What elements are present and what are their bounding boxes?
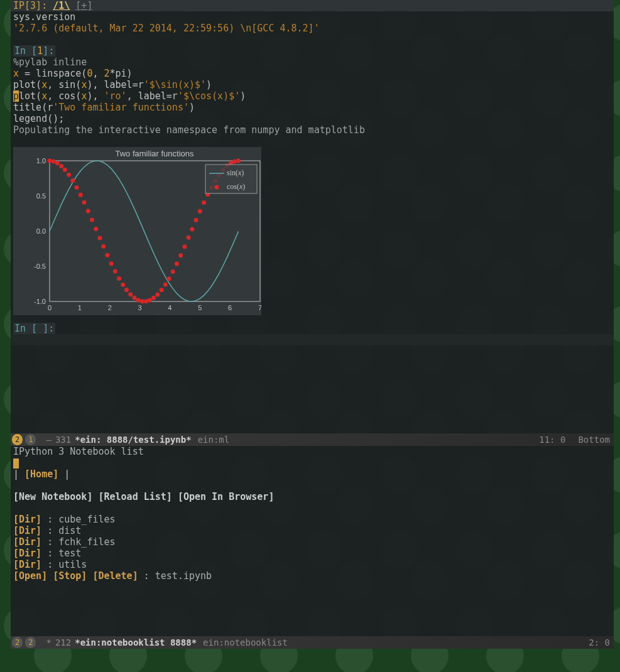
- svg-text:Two familiar functions: Two familiar functions: [116, 149, 194, 158]
- svg-point-49: [175, 261, 179, 266]
- new-notebook-button[interactable]: [New Notebook]: [13, 491, 92, 502]
- line-col: 2: 0: [589, 637, 610, 648]
- svg-point-22: [70, 178, 75, 183]
- stdout-line: Populating the interactive namespace fro…: [13, 124, 365, 136]
- reload-list-button[interactable]: [Reload List]: [98, 491, 171, 502]
- list-item[interactable]: [Dir] : fchk_files: [13, 536, 611, 548]
- cell-1-body[interactable]: %pylab inline x = linspace(0, 2*pi) plot…: [11, 57, 614, 136]
- svg-point-46: [163, 283, 168, 287]
- svg-text:5: 5: [198, 304, 202, 312]
- svg-point-44: [155, 292, 160, 296]
- line-col: 11: 0: [539, 434, 565, 445]
- svg-text:6: 6: [228, 304, 232, 312]
- svg-point-32: [109, 261, 114, 266]
- svg-point-24: [79, 193, 83, 197]
- svg-text:7: 7: [258, 304, 261, 312]
- svg-point-42: [148, 298, 152, 303]
- svg-point-55: [198, 209, 202, 214]
- svg-point-27: [90, 218, 94, 222]
- list-item[interactable]: [Dir] : utils: [13, 559, 611, 570]
- open-nb-button[interactable]: [Open]: [13, 570, 47, 582]
- modeline-top: 2 1 — 331 *ein: 8888/test.ipynb* ein:ml …: [11, 433, 614, 446]
- cell-0-body[interactable]: sys.version '2.7.6 (default, Mar 22 2014…: [11, 11, 614, 34]
- svg-point-31: [105, 253, 109, 257]
- tab-bar: IP[3]: /1\ [+]: [11, 0, 614, 11]
- in-prompt: In [ ]:: [13, 323, 55, 334]
- code-output: '2.7.6 (default, Mar 22 2014, 22:59:56) …: [13, 23, 320, 34]
- buffer-name[interactable]: *ein: 8888/test.ipynb*: [75, 434, 191, 445]
- svg-point-25: [82, 200, 87, 205]
- stop-nb-button[interactable]: [Stop]: [53, 570, 87, 582]
- svg-text:4: 4: [168, 304, 171, 312]
- workspace-badge[interactable]: 2: [12, 637, 23, 648]
- svg-point-20: [63, 168, 67, 172]
- notebook-list-pane: IPython 3 Notebook list | [Home] | [New …: [11, 446, 614, 636]
- editor-pane-top: IP[3]: /1\ [+] sys.version '2.7.6 (defau…: [11, 0, 614, 433]
- modeline-bottom: 2 2 * 212 *ein:notebooklist 8888* ein:no…: [11, 636, 614, 649]
- svg-point-54: [194, 218, 199, 222]
- buffer-name[interactable]: *ein:notebooklist 8888*: [75, 637, 197, 648]
- svg-point-47: [166, 276, 171, 281]
- scroll-pos: Bottom: [578, 434, 610, 445]
- svg-point-30: [101, 244, 106, 249]
- svg-point-64: [232, 159, 237, 163]
- notebook-name[interactable]: test.ipynb: [155, 570, 212, 582]
- svg-point-69: [215, 185, 219, 190]
- svg-point-37: [128, 292, 133, 296]
- svg-text:sin(x): sin(x): [227, 168, 244, 177]
- code-line: sys.version: [13, 11, 75, 23]
- svg-text:3: 3: [138, 304, 142, 312]
- svg-point-19: [59, 164, 63, 168]
- svg-point-39: [136, 298, 141, 302]
- svg-text:2: 2: [108, 304, 112, 312]
- cursor: p: [13, 90, 19, 102]
- open-in-browser-button[interactable]: [Open In Browser]: [178, 491, 275, 502]
- svg-point-56: [202, 200, 206, 205]
- cursor: [13, 458, 19, 469]
- delete-nb-button[interactable]: [Delete]: [92, 570, 138, 582]
- svg-point-34: [117, 276, 121, 281]
- svg-point-35: [121, 283, 125, 287]
- major-mode: ein:ml: [198, 434, 230, 445]
- in-prompt: In [1]:: [13, 45, 55, 57]
- svg-text:1: 1: [78, 304, 82, 312]
- svg-point-45: [160, 288, 164, 292]
- list-item[interactable]: [Dir] : test: [13, 548, 611, 559]
- svg-point-18: [55, 161, 60, 165]
- cell-1-prompt-row: In [1]:: [11, 45, 614, 57]
- svg-point-53: [190, 227, 194, 231]
- svg-point-48: [171, 269, 175, 274]
- window-badge[interactable]: 2: [25, 637, 36, 648]
- svg-point-21: [67, 173, 71, 177]
- svg-text:0: 0: [48, 304, 52, 312]
- tab-selected[interactable]: /1\: [53, 0, 70, 11]
- svg-point-17: [52, 159, 56, 163]
- home-link[interactable]: [Home]: [24, 469, 58, 480]
- svg-point-51: [182, 244, 187, 249]
- plot-output: Two familiar functions -1.0-0.50.00.51.0…: [13, 147, 261, 315]
- window-badge[interactable]: 1: [25, 434, 36, 445]
- svg-point-50: [178, 253, 183, 257]
- cell-2-body[interactable]: [11, 334, 614, 345]
- workspace-badge[interactable]: 2: [12, 434, 23, 445]
- svg-point-16: [48, 159, 52, 163]
- major-mode: ein:notebooklist: [203, 637, 288, 648]
- list-item[interactable]: [Dir] : dist: [13, 525, 611, 536]
- svg-point-52: [187, 236, 191, 240]
- svg-point-36: [124, 288, 129, 292]
- svg-point-33: [113, 269, 117, 274]
- svg-point-26: [86, 209, 90, 213]
- tab-add-button[interactable]: [+]: [75, 0, 92, 11]
- svg-text:0.5: 0.5: [36, 192, 46, 200]
- svg-point-43: [151, 296, 156, 300]
- tab-prefix: IP[3]:: [13, 0, 47, 11]
- svg-text:-0.5: -0.5: [34, 263, 46, 270]
- svg-text:-1.0: -1.0: [34, 298, 46, 305]
- nb-heading: IPython 3 Notebook list: [13, 446, 611, 457]
- svg-point-23: [75, 185, 79, 190]
- svg-point-40: [140, 299, 144, 303]
- svg-point-29: [97, 236, 102, 241]
- svg-text:0.0: 0.0: [36, 227, 46, 235]
- list-item[interactable]: [Dir] : cube_files: [13, 514, 611, 525]
- svg-point-38: [132, 296, 136, 300]
